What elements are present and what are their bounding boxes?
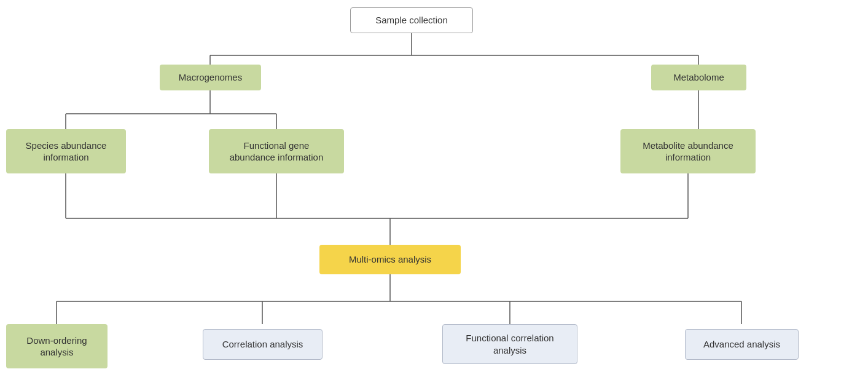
correlation-label: Correlation analysis	[222, 338, 303, 351]
metabolite-abundance-label: Metabolite abundanceinformation	[643, 140, 733, 164]
functional-correlation-node: Functional correlationanalysis	[442, 324, 577, 364]
diagram: Sample collection Macrogenomes Metabolom…	[0, 0, 868, 377]
functional-correlation-label: Functional correlationanalysis	[466, 332, 553, 356]
functional-gene-label: Functional geneabundance information	[230, 140, 324, 164]
sample-collection-node: Sample collection	[350, 7, 473, 33]
advanced-analysis-label: Advanced analysis	[703, 338, 780, 351]
metabolome-node: Metabolome	[651, 65, 746, 90]
macrogenomes-node: Macrogenomes	[160, 65, 261, 90]
downordering-label: Down-orderinganalysis	[26, 335, 87, 359]
correlation-node: Correlation analysis	[203, 329, 323, 360]
connector-lines	[0, 0, 868, 377]
multiomics-node: Multi-omics analysis	[319, 245, 461, 274]
metabolite-abundance-node: Metabolite abundanceinformation	[620, 129, 756, 173]
downordering-node: Down-orderinganalysis	[6, 324, 108, 368]
functional-gene-node: Functional geneabundance information	[209, 129, 344, 173]
advanced-analysis-node: Advanced analysis	[685, 329, 799, 360]
species-abundance-node: Species abundanceinformation	[6, 129, 126, 173]
species-abundance-label: Species abundanceinformation	[26, 140, 107, 164]
